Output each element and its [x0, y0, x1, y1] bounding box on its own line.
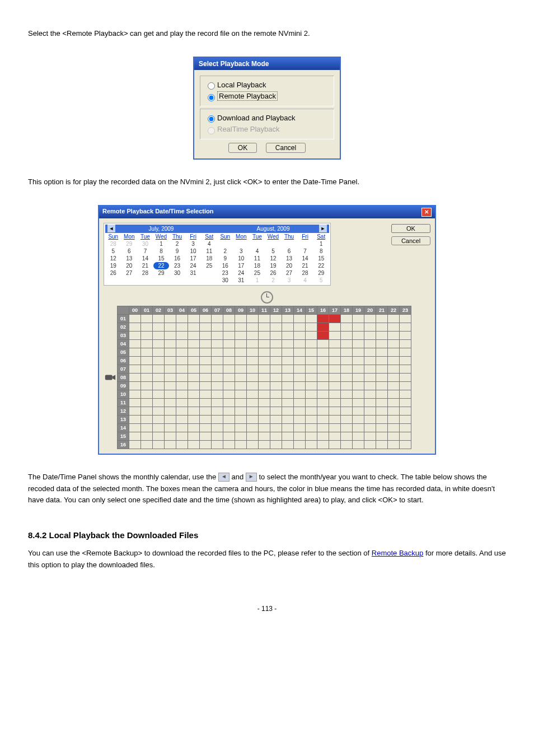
- timeline-cell[interactable]: [400, 415, 411, 423]
- calendar-day[interactable]: 28: [297, 269, 313, 277]
- timeline-cell[interactable]: [188, 390, 200, 398]
- calendar-day[interactable]: 6: [121, 248, 138, 255]
- timeline-cell[interactable]: [223, 432, 235, 440]
- timeline-cell[interactable]: [282, 331, 294, 339]
- timeline-cell[interactable]: [165, 423, 176, 432]
- timeline-cell[interactable]: [294, 339, 306, 348]
- timeline-cell[interactable]: [212, 432, 223, 440]
- timeline-cell[interactable]: [129, 356, 141, 365]
- timeline-cell[interactable]: [353, 365, 364, 373]
- timeline-cell[interactable]: [165, 440, 176, 449]
- timeline-cell[interactable]: [200, 432, 212, 440]
- timeline-cell[interactable]: [294, 348, 306, 356]
- timeline-cell[interactable]: [282, 398, 294, 407]
- timeline-cell[interactable]: [259, 381, 270, 390]
- timeline-cell[interactable]: [212, 407, 223, 415]
- timeline-cell[interactable]: [212, 390, 223, 398]
- timeline-cell[interactable]: [294, 331, 306, 339]
- timeline-cell[interactable]: [141, 339, 153, 348]
- calendar-day[interactable]: 3: [233, 248, 250, 255]
- calendar-day[interactable]: 24: [185, 262, 202, 269]
- timeline-cell[interactable]: [388, 356, 400, 365]
- timeline-cell[interactable]: [176, 440, 188, 449]
- timeline-cell[interactable]: [212, 323, 223, 331]
- calendar-day[interactable]: 19: [265, 262, 282, 269]
- timeline-cell[interactable]: [188, 323, 200, 331]
- timeline-cell[interactable]: [247, 348, 259, 356]
- timeline-cell[interactable]: [212, 415, 223, 423]
- calendar-day[interactable]: 1: [153, 240, 170, 248]
- timeline-cell[interactable]: [353, 415, 364, 423]
- timeline-cell[interactable]: [212, 314, 223, 323]
- timeline-cell[interactable]: [329, 323, 341, 331]
- timeline-cell[interactable]: [400, 398, 411, 407]
- timeline-cell[interactable]: [282, 373, 294, 381]
- timeline-cell[interactable]: [153, 323, 165, 331]
- timeline-cell[interactable]: [364, 440, 376, 449]
- timeline-cell[interactable]: [259, 323, 270, 331]
- timeline-cell[interactable]: [376, 381, 388, 390]
- timeline-cell[interactable]: [200, 440, 212, 449]
- timeline-cell[interactable]: [341, 407, 353, 415]
- timeline-cell[interactable]: [259, 348, 270, 356]
- calendar-day[interactable]: 14: [137, 255, 153, 262]
- cancel-button[interactable]: Cancel: [266, 143, 306, 153]
- timeline-cell[interactable]: [188, 381, 200, 390]
- calendar-day[interactable]: 16: [217, 262, 233, 269]
- timeline-cell[interactable]: [341, 373, 353, 381]
- timeline-cell[interactable]: [259, 432, 270, 440]
- timeline-cell[interactable]: [129, 331, 141, 339]
- timeline-cell[interactable]: [329, 390, 341, 398]
- timeline-cell[interactable]: [353, 423, 364, 432]
- timeline-cell[interactable]: [329, 356, 341, 365]
- timeline-cell[interactable]: [306, 314, 317, 323]
- radio-input[interactable]: [208, 115, 215, 123]
- calendar-day[interactable]: 17: [233, 262, 250, 269]
- timeline-cell[interactable]: [212, 440, 223, 449]
- timeline-cell[interactable]: [400, 365, 411, 373]
- timeline-cell[interactable]: [176, 339, 188, 348]
- timeline-cell[interactable]: [165, 407, 176, 415]
- timeline-cell[interactable]: [282, 381, 294, 390]
- timeline-cell[interactable]: [153, 390, 165, 398]
- timeline-cell[interactable]: [235, 407, 247, 415]
- timeline-cell[interactable]: [176, 356, 188, 365]
- calendar-day[interactable]: 18: [201, 255, 217, 262]
- timeline-cell[interactable]: [376, 365, 388, 373]
- timeline-cell[interactable]: [364, 331, 376, 339]
- timeline-cell[interactable]: [270, 356, 282, 365]
- timeline-cell[interactable]: [270, 381, 282, 390]
- timeline-cell[interactable]: [306, 373, 317, 381]
- timeline-cell[interactable]: [294, 356, 306, 365]
- timeline-cell[interactable]: [364, 432, 376, 440]
- timeline-cell[interactable]: [282, 348, 294, 356]
- ok-button[interactable]: OK: [391, 224, 430, 233]
- timeline-cell[interactable]: [259, 390, 270, 398]
- calendar-day[interactable]: [217, 240, 233, 248]
- calendar-day[interactable]: 12: [105, 255, 121, 262]
- timeline-cell[interactable]: [247, 365, 259, 373]
- timeline-cell[interactable]: [270, 348, 282, 356]
- timeline-cell[interactable]: [353, 348, 364, 356]
- timeline-cell[interactable]: [306, 348, 317, 356]
- timeline-cell[interactable]: [188, 373, 200, 381]
- timeline-cell[interactable]: [317, 348, 329, 356]
- timeline-cell[interactable]: [353, 314, 364, 323]
- timeline-cell[interactable]: [329, 440, 341, 449]
- radio-download-playback[interactable]: Download and Playback: [205, 113, 329, 124]
- timeline-cell[interactable]: [329, 415, 341, 423]
- timeline-cell[interactable]: [270, 440, 282, 449]
- calendar-day[interactable]: 29: [121, 240, 138, 248]
- timeline-cell[interactable]: [165, 398, 176, 407]
- timeline-cell[interactable]: [141, 440, 153, 449]
- timeline-cell[interactable]: [141, 365, 153, 373]
- timeline-cell[interactable]: [223, 407, 235, 415]
- timeline-cell[interactable]: [270, 415, 282, 423]
- timeline-cell[interactable]: [270, 423, 282, 432]
- timeline-cell[interactable]: [188, 314, 200, 323]
- timeline-cell[interactable]: [376, 440, 388, 449]
- calendar-day[interactable]: 8: [153, 248, 170, 255]
- timeline-cell[interactable]: [306, 365, 317, 373]
- timeline-cell[interactable]: [129, 398, 141, 407]
- timeline-cell[interactable]: [165, 415, 176, 423]
